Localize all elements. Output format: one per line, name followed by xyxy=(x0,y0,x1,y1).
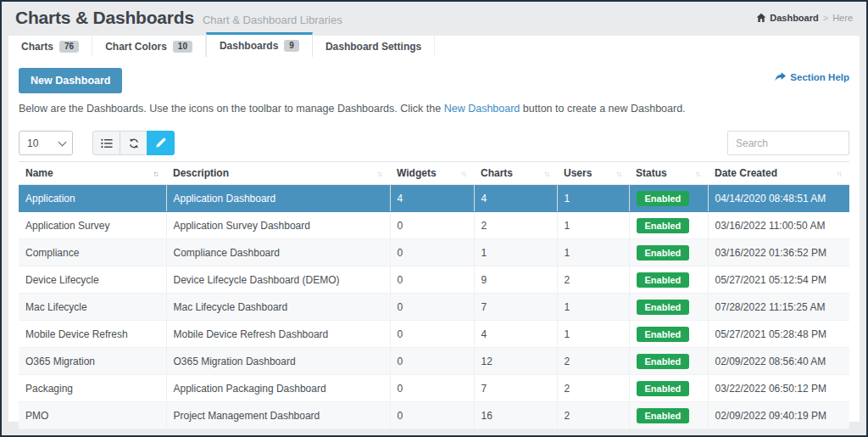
section-help-link[interactable]: Section Help xyxy=(775,72,849,82)
new-dashboard-button[interactable]: New Dashboard xyxy=(19,68,122,93)
status-badge[interactable]: Enabled xyxy=(637,245,690,261)
status-badge[interactable]: Enabled xyxy=(637,272,690,288)
tab-label: Charts xyxy=(21,41,53,53)
status-badge[interactable]: Enabled xyxy=(637,408,690,423)
column-label: Charts xyxy=(481,167,513,179)
cell-name: O365 Migration xyxy=(19,348,166,375)
column-header-status[interactable]: Status↑↓ xyxy=(629,162,708,185)
cell-users: 1 xyxy=(557,212,629,239)
status-badge[interactable]: Enabled xyxy=(637,218,690,233)
column-header-name[interactable]: Name↑↓ xyxy=(19,162,166,185)
status-badge[interactable]: Enabled xyxy=(637,191,690,206)
tab-count-badge: 10 xyxy=(173,41,192,53)
column-header-description[interactable]: Description↑↓ xyxy=(166,162,390,185)
cell-charts: 4 xyxy=(474,185,557,212)
status-badge[interactable]: Enabled xyxy=(637,381,690,396)
refresh-icon xyxy=(128,137,140,149)
column-header-date-created[interactable]: Date Created↑↓ xyxy=(708,162,849,185)
column-header-widgets[interactable]: Widgets↑↓ xyxy=(390,162,474,185)
dashboards-table: Name↑↓Description↑↓Widgets↑↓Charts↑↓User… xyxy=(19,161,849,429)
pencil-icon xyxy=(155,137,166,148)
breadcrumb-dashboard-link[interactable]: Dashboard xyxy=(756,13,818,23)
cell-widgets: 0 xyxy=(390,294,474,321)
column-label: Status xyxy=(636,167,667,179)
list-icon xyxy=(101,137,113,149)
sort-arrows-icon: ↑↓ xyxy=(695,169,702,178)
cell-users: 1 xyxy=(557,294,629,321)
cell-date-created: 03/22/2022 06:50:12 PM xyxy=(708,375,849,402)
table-row[interactable]: PMOProject Management Dashboard0162Enabl… xyxy=(19,402,849,429)
cell-status: Enabled xyxy=(629,239,708,266)
cell-name: Mac Lifecycle xyxy=(19,294,166,321)
tab-count-badge: 9 xyxy=(284,40,299,52)
refresh-button[interactable] xyxy=(120,131,147,155)
list-view-button[interactable] xyxy=(92,131,120,155)
cell-users: 2 xyxy=(557,348,629,375)
breadcrumb-current: Here xyxy=(832,13,853,23)
page: Charts & Dashboards Chart & Dashboard Li… xyxy=(2,2,866,422)
cell-date-created: 03/16/2022 01:36:52 PM xyxy=(708,239,849,266)
cell-charts: 12 xyxy=(474,348,557,375)
cell-description: Mobile Device Refresh Dashboard xyxy=(166,321,390,348)
page-size-select-wrap: 10 xyxy=(19,131,73,155)
tab-dashboards[interactable]: Dashboards9 xyxy=(206,32,313,57)
cell-charts: 4 xyxy=(474,321,557,348)
tab-label: Chart Colors xyxy=(105,41,167,53)
table-toolbar: 10 xyxy=(19,131,849,155)
tab-label: Dashboard Settings xyxy=(326,41,421,53)
tab-chart-colors[interactable]: Chart Colors10 xyxy=(92,36,206,57)
title-wrap: Charts & Dashboards Chart & Dashboard Li… xyxy=(15,8,342,28)
cell-name: Compliance xyxy=(19,239,166,266)
cell-status: Enabled xyxy=(629,375,708,402)
status-badge[interactable]: Enabled xyxy=(637,354,690,369)
cell-date-created: 05/27/2021 05:12:54 PM xyxy=(708,266,849,294)
tab-count-badge: 76 xyxy=(59,41,79,53)
tab-bar-filler xyxy=(435,36,860,57)
cell-name: Packaging xyxy=(19,375,166,402)
breadcrumb: Dashboard > Here xyxy=(756,13,853,23)
cell-charts: 7 xyxy=(474,294,557,321)
status-badge[interactable]: Enabled xyxy=(637,300,690,315)
edit-button[interactable] xyxy=(147,131,175,155)
cell-date-created: 03/16/2022 11:00:50 AM xyxy=(708,212,849,239)
column-label: Widgets xyxy=(397,167,437,179)
cell-description: Device Lifecycle Dashboard (DEMO) xyxy=(166,266,390,294)
actions-row: New Dashboard Section Help xyxy=(19,68,849,93)
cell-charts: 2 xyxy=(474,212,557,239)
table-row[interactable]: Mobile Device RefreshMobile Device Refre… xyxy=(19,321,849,348)
cell-status: Enabled xyxy=(629,266,708,294)
table-row[interactable]: ApplicationApplication Dashboard441Enabl… xyxy=(19,185,849,212)
description-text-before: Below are the Dashboards. Use the icons … xyxy=(19,103,444,115)
column-header-charts[interactable]: Charts↑↓ xyxy=(474,162,557,185)
cell-widgets: 4 xyxy=(390,185,474,212)
page-header: Charts & Dashboards Chart & Dashboard Li… xyxy=(8,2,860,32)
table-row[interactable]: O365 MigrationO365 Migration Dashboard01… xyxy=(19,348,849,375)
description-new-dashboard-link[interactable]: New Dashboard xyxy=(444,103,520,115)
page-subtitle: Chart & Dashboard Libraries xyxy=(203,14,342,26)
column-header-users[interactable]: Users↑↓ xyxy=(557,162,629,185)
search-input[interactable] xyxy=(727,131,849,155)
table-row[interactable]: ComplianceCompliance Dashboard011Enabled… xyxy=(19,239,849,266)
table-row[interactable]: Application SurveyApplication Survey Das… xyxy=(19,212,849,239)
cell-date-created: 05/27/2021 05:28:48 PM xyxy=(708,321,849,348)
cell-charts: 1 xyxy=(474,239,557,266)
cell-status: Enabled xyxy=(629,321,708,348)
tab-bar: Charts76Chart Colors10Dashboards9Dashboa… xyxy=(8,32,860,57)
status-badge[interactable]: Enabled xyxy=(637,327,690,342)
breadcrumb-separator: > xyxy=(823,13,828,23)
tab-dashboard-settings[interactable]: Dashboard Settings xyxy=(313,36,435,57)
cell-description: Application Packaging Dashboard xyxy=(166,375,390,402)
section-description: Below are the Dashboards. Use the icons … xyxy=(19,103,849,115)
page-size-select[interactable]: 10 xyxy=(19,131,73,155)
table-row[interactable]: PackagingApplication Packaging Dashboard… xyxy=(19,375,849,402)
cell-widgets: 0 xyxy=(390,321,474,348)
tab-charts[interactable]: Charts76 xyxy=(8,36,92,57)
cell-date-created: 02/09/2022 09:40:19 PM xyxy=(708,402,849,429)
cell-description: Compliance Dashboard xyxy=(166,239,390,266)
cell-description: Application Dashboard xyxy=(166,185,390,212)
table-row[interactable]: Device LifecycleDevice Lifecycle Dashboa… xyxy=(19,266,849,294)
cell-users: 2 xyxy=(557,266,629,294)
cell-name: Device Lifecycle xyxy=(19,266,166,294)
breadcrumb-dashboard-label: Dashboard xyxy=(770,13,818,23)
table-row[interactable]: Mac LifecycleMac Lifecycle Dashboard071E… xyxy=(19,294,849,321)
